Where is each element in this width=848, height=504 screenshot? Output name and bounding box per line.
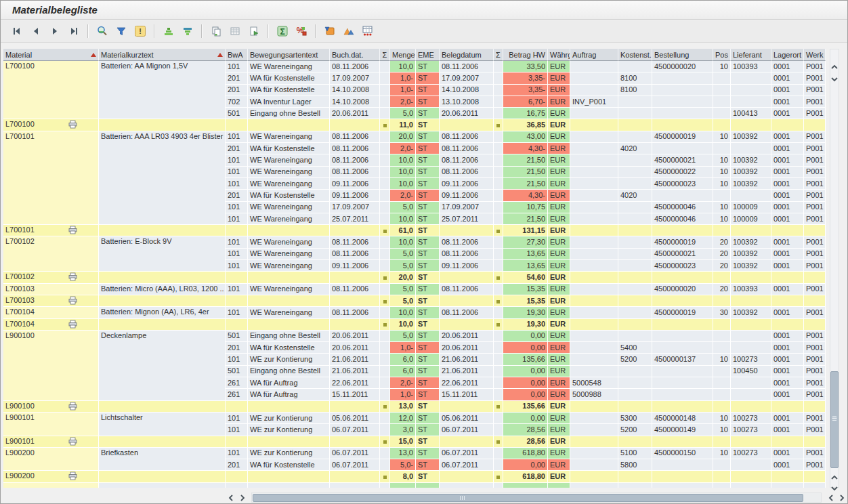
column-header-material[interactable]: Material (3, 49, 99, 61)
cell-auftrag (570, 424, 618, 436)
subtotals-button[interactable]: % (293, 23, 310, 39)
scroll-up-bottom-button[interactable] (829, 472, 840, 483)
column-header-eme[interactable]: EME (416, 49, 440, 61)
column-header-pos[interactable]: Pos (713, 49, 731, 61)
clipped-row[interactable] (3, 483, 826, 488)
cell-betrag-hw: 135,66 (503, 354, 548, 365)
cell-material-subtotal[interactable]: L700103 (3, 295, 99, 307)
column-header-waehrg[interactable]: Währg (548, 49, 570, 61)
column-header-buchdat[interactable]: Buch.dat. (330, 49, 380, 61)
cell-menge: 10,0 (390, 307, 416, 318)
cell-material-subtotal[interactable]: L900100 (3, 401, 99, 413)
cell-lieferant: 100273 (731, 448, 771, 459)
cell-material[interactable]: L700104 (3, 307, 99, 318)
subtotal-row[interactable]: L7001035,0ST15,35EUR (3, 295, 826, 307)
table-row[interactable]: L700104Batterien: Mignon (AA), LR6, 4er1… (3, 307, 826, 318)
column-layout-button[interactable] (227, 23, 243, 39)
cell-eme: ST (416, 85, 440, 96)
cell-material[interactable]: L700100 (3, 61, 99, 119)
subtotal-row[interactable]: L70010161,0ST131,15EUR (3, 225, 826, 236)
scroll-left-corner-button[interactable] (826, 492, 836, 503)
table-row[interactable]: L700100Batterien: AA Mignon 1,5V101WE Wa… (3, 61, 826, 72)
cell-material-subtotal[interactable]: L900200 (3, 471, 99, 482)
cell-material-subtotal[interactable]: L900101 (3, 436, 99, 448)
subtotal-row[interactable]: L90010115,0ST28,56EUR (3, 436, 826, 448)
total-sum-button[interactable]: Σ (274, 23, 291, 39)
table-row[interactable]: L700102Batterien: E-Block 9V101WE Warene… (3, 236, 826, 248)
sort-descending-button[interactable] (179, 23, 196, 39)
scroll-right-button[interactable] (237, 492, 248, 503)
cell-sigma-betrag (494, 366, 503, 377)
column-header-kostenst[interactable]: Kostenst. (618, 49, 652, 61)
scroll-up-button[interactable] (829, 62, 840, 72)
spreadsheet-report-button[interactable] (360, 23, 376, 39)
views-button[interactable] (322, 23, 338, 39)
nav-next-button[interactable] (47, 23, 63, 39)
horizontal-scrollbar-thumb[interactable] (253, 494, 803, 502)
column-header-menge[interactable]: Menge (390, 49, 416, 61)
cell-material[interactable]: L900200 (3, 448, 99, 471)
column-header-kurztext[interactable]: Materialkurztext (99, 49, 226, 61)
column-header-bwa[interactable]: BwA (226, 49, 248, 61)
graphic-button[interactable] (341, 23, 357, 39)
cell-kostenstelle: 5100 (618, 448, 652, 459)
column-header-bestellung[interactable]: Bestellung (652, 49, 713, 61)
cell-material-subtotal[interactable]: L700104 (3, 319, 99, 331)
table-row[interactable]: L700103Batterien: Micro (AAA), LR03, 120… (3, 284, 826, 295)
export-button[interactable] (246, 23, 262, 39)
cell-lagerort: 0001 (771, 236, 804, 248)
cell-bwa: 101 (226, 167, 248, 178)
column-header-bewegtext[interactable]: Bewegungsartentext (248, 49, 330, 61)
cell-material-subtotal[interactable]: L700102 (3, 272, 99, 283)
column-header-auftrag[interactable]: Auftrag (570, 49, 618, 61)
cell-material[interactable]: L700101 (3, 131, 99, 225)
copy-button[interactable] (208, 23, 224, 39)
cell-belegdatum (440, 483, 494, 488)
cell-material-subtotal[interactable]: L700100 (3, 119, 99, 131)
subtotal-row[interactable]: L70010011,0ST36,85EUR (3, 119, 826, 131)
cell-material[interactable]: L900100 (3, 331, 99, 401)
column-header-sig1[interactable]: Σ (380, 49, 390, 61)
cell-sigma-menge (380, 236, 390, 248)
nav-first-button[interactable] (9, 23, 25, 39)
cell-werk: P001 (804, 377, 826, 389)
sort-ascending-button[interactable] (161, 23, 177, 39)
table-row[interactable]: L900100Deckenlampe501Eingang ohne Bestel… (3, 331, 826, 342)
cell-material[interactable]: L900101 (3, 413, 99, 436)
scroll-down-button[interactable] (829, 74, 840, 85)
cell-material[interactable]: L700103 (3, 284, 99, 295)
printer-icon (68, 272, 77, 281)
scroll-right-corner-button[interactable] (836, 492, 847, 503)
cell-sigma-menge (380, 143, 390, 154)
find-button[interactable] (94, 23, 110, 39)
cell-buchungsdatum: 14.10.2008 (330, 85, 380, 96)
scroll-left-button[interactable] (226, 492, 236, 503)
table-row[interactable]: L700101Batterien: AAA LR03 4903 4er Blis… (3, 131, 826, 143)
column-header-betrag[interactable]: Betrag HW (503, 49, 548, 61)
vertical-scrollbar-thumb[interactable] (830, 371, 839, 468)
cell-bwa: 501 (226, 331, 248, 342)
cell-waehrung: EUR (548, 424, 570, 436)
cell-buchungsdatum: 08.11.2006 (330, 61, 380, 72)
filter-button[interactable] (113, 23, 129, 39)
subtotal-row[interactable]: L70010410,0ST19,30EUR (3, 319, 826, 331)
cell-material[interactable]: L700102 (3, 236, 99, 272)
column-header-lieferant[interactable]: Lieferant (731, 49, 771, 61)
cell-waehrung: EUR (548, 190, 570, 201)
table-row[interactable]: L900101Lichtschalter101WE zur Kontierung… (3, 413, 826, 424)
subtotal-row[interactable]: L90010013,0ST135,66EUR (3, 401, 826, 413)
table-row[interactable]: L900200Briefkasten101WE zur Kontierung06… (3, 448, 826, 459)
column-header-werk[interactable]: Werk (804, 49, 826, 61)
nav-last-button[interactable] (66, 23, 82, 39)
details-alert-button[interactable]: ! (132, 23, 148, 39)
nav-previous-button[interactable] (28, 23, 44, 39)
column-header-belegdatum[interactable]: Belegdatum (440, 49, 494, 61)
column-header-sig2[interactable]: Σ (494, 49, 503, 61)
column-header-lagerort[interactable]: Lagerort (771, 49, 804, 61)
subtotal-row[interactable]: L70010220,0ST54,60EUR (3, 272, 826, 283)
cell-sigma-betrag (494, 249, 503, 260)
cell-material-subtotal[interactable]: L700101 (3, 225, 99, 236)
cell-bewegungsartentext: WA für Auftrag (248, 389, 330, 400)
subtotal-row[interactable]: L9002008,0ST618,80EUR (3, 471, 826, 482)
cell-auftrag (570, 354, 618, 365)
